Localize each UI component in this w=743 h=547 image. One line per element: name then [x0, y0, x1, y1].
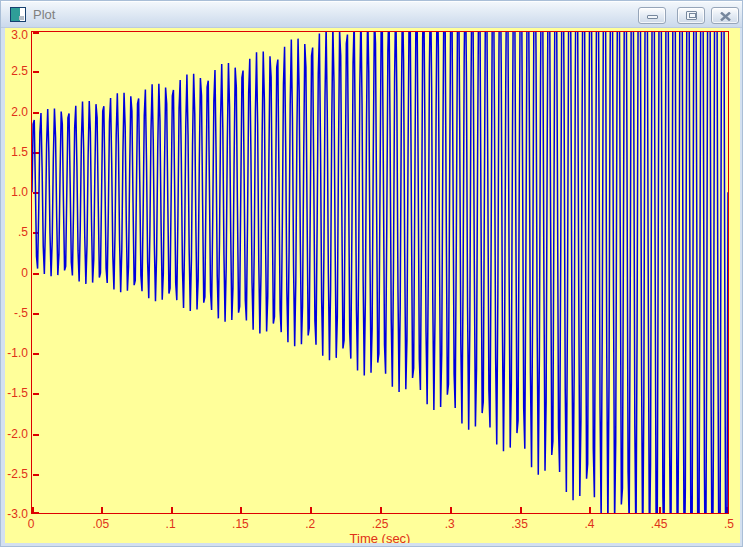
y-tick-label: 1.5 [5, 145, 28, 159]
x-tick-label: .4 [567, 517, 611, 531]
y-tick-label: -2.5 [5, 467, 28, 481]
plot-client-area: 3.02.52.01.51.0.50-.5-1.0-1.5-2.0-2.5-3.… [5, 28, 740, 543]
y-tick-label: -1.5 [5, 386, 28, 400]
window-controls [638, 7, 739, 24]
plot-window-icon-dot [19, 16, 24, 20]
x-tick-label: 0 [9, 517, 53, 531]
titlebar[interactable]: Plot [1, 1, 742, 28]
y-tick-label: 2.0 [5, 105, 28, 119]
x-axis-title: Time (sec) [31, 531, 729, 543]
window-title: Plot [33, 7, 55, 22]
x-tick-label: .2 [288, 517, 332, 531]
x-tick-label: .25 [358, 517, 402, 531]
y-tick-label: 3.0 [5, 28, 28, 42]
y-tick-label: -.5 [5, 306, 28, 320]
x-tick-label: .15 [218, 517, 262, 531]
close-button[interactable] [711, 7, 739, 24]
restore-button[interactable] [677, 7, 705, 24]
y-tick-label: .5 [5, 225, 28, 239]
y-tick-label: -1.0 [5, 346, 28, 360]
y-tick-label: 2.5 [5, 64, 28, 78]
x-tick-label: .1 [149, 517, 193, 531]
plot-window-icon [10, 7, 26, 22]
x-tick-label: .05 [79, 517, 123, 531]
y-tick-label: 1.0 [5, 185, 28, 199]
signal-polyline [32, 32, 728, 513]
restore-icon [686, 11, 697, 20]
x-tick-label: .35 [498, 517, 542, 531]
minimize-icon [647, 15, 658, 19]
plot-area [31, 31, 729, 514]
y-tick-label: -2.0 [5, 427, 28, 441]
x-tick-label: .3 [428, 517, 472, 531]
y-tick-label: 0 [5, 266, 28, 280]
x-tick-label: .45 [637, 517, 681, 531]
minimize-button[interactable] [638, 7, 666, 24]
x-tick-label: .5 [707, 517, 740, 531]
signal-trace [32, 32, 728, 513]
close-icon [720, 12, 731, 21]
plot-window: Plot 3.02.52.01.51.0.50-.5-1.0-1.5-2.0-2… [0, 0, 743, 547]
